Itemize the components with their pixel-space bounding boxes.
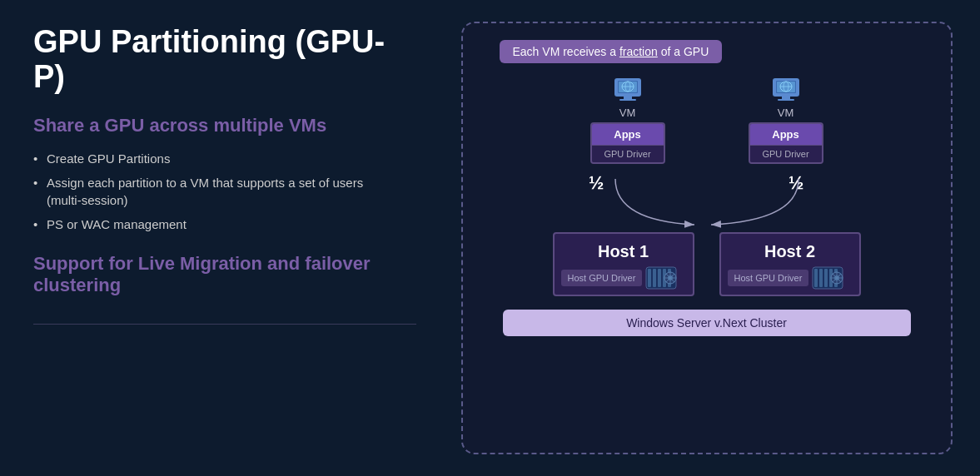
host1-gpu-driver-label: Host GPU Driver (561, 270, 643, 286)
bullet-item-1: Create GPU Partitions (33, 146, 400, 171)
hosts-row: Host 1 Host GPU Driver (553, 232, 861, 296)
host1-driver-row: Host GPU Driver (555, 266, 693, 290)
top-label: Each VM receives a fraction of a GPU (500, 40, 723, 63)
vm2-apps-label: Apps (750, 124, 822, 145)
bullet-item-2: Assign each partition to a VM that suppo… (33, 171, 400, 212)
vm1-column: VM Apps GPU Driver (590, 77, 665, 164)
host2-driver-row: Host GPU Driver (721, 266, 859, 290)
vm2-icon: VM (769, 77, 803, 119)
svg-rect-3 (624, 97, 632, 99)
svg-rect-34 (824, 269, 828, 287)
vm1-box: Apps GPU Driver (590, 122, 665, 164)
svg-rect-33 (819, 269, 823, 287)
svg-rect-2 (619, 82, 637, 92)
host2-title: Host 2 (721, 234, 859, 266)
vm1-apps-label: Apps (592, 124, 664, 145)
right-panel: Each VM receives a fraction of a GPU (433, 0, 980, 476)
svg-rect-4 (619, 99, 636, 101)
vm1-label: VM (619, 107, 636, 119)
vm2-gpu-driver-label: GPU Driver (750, 145, 822, 162)
vm1-icon: VM (611, 77, 644, 119)
host1-box: Host 1 Host GPU Driver (553, 232, 694, 296)
arrows-svg: ½ ½ (574, 171, 840, 229)
host2-box: Host 2 Host GPU Driver (719, 232, 861, 296)
bullet-list: Create GPU Partitions Assign each partit… (33, 146, 400, 236)
section1-heading: Share a GPU across multiple VMs (33, 115, 400, 136)
cluster-bar: Windows Server v.Next Cluster (503, 310, 911, 336)
svg-rect-10 (777, 82, 795, 92)
divider (33, 324, 416, 325)
bullet-item-3: PS or WAC management (33, 212, 400, 236)
svg-rect-21 (653, 269, 656, 287)
gpu-chip-svg-2 (812, 266, 843, 290)
diagram-container: Each VM receives a fraction of a GPU (461, 22, 953, 454)
host2-gpu-driver-label: Host GPU Driver (728, 270, 809, 286)
gpu-chip-svg-1 (645, 266, 677, 290)
arrows-area: ½ ½ (574, 171, 840, 229)
vm1-computer-icon (611, 77, 644, 105)
gpu-chip-icon-1 (645, 266, 677, 290)
svg-rect-12 (778, 99, 794, 101)
svg-rect-20 (648, 269, 651, 287)
svg-rect-32 (814, 269, 818, 287)
section2-heading: Support for Live Migration and failover … (33, 253, 400, 297)
left-panel: GPU Partitioning (GPU-P) Share a GPU acr… (0, 0, 433, 476)
vm2-computer-icon (769, 77, 803, 105)
svg-rect-22 (658, 269, 661, 287)
page-title: GPU Partitioning (GPU-P) (33, 25, 400, 95)
vm2-label: VM (778, 107, 794, 119)
vm2-box: Apps GPU Driver (749, 122, 823, 164)
host1-title: Host 1 (555, 234, 693, 266)
svg-rect-11 (782, 97, 790, 99)
svg-text:½: ½ (589, 172, 604, 193)
vms-row: VM Apps GPU Driver (590, 77, 823, 164)
vm2-column: VM Apps GPU Driver (749, 77, 823, 164)
gpu-chip-icon-2 (812, 266, 843, 290)
vm1-gpu-driver-label: GPU Driver (592, 145, 664, 162)
